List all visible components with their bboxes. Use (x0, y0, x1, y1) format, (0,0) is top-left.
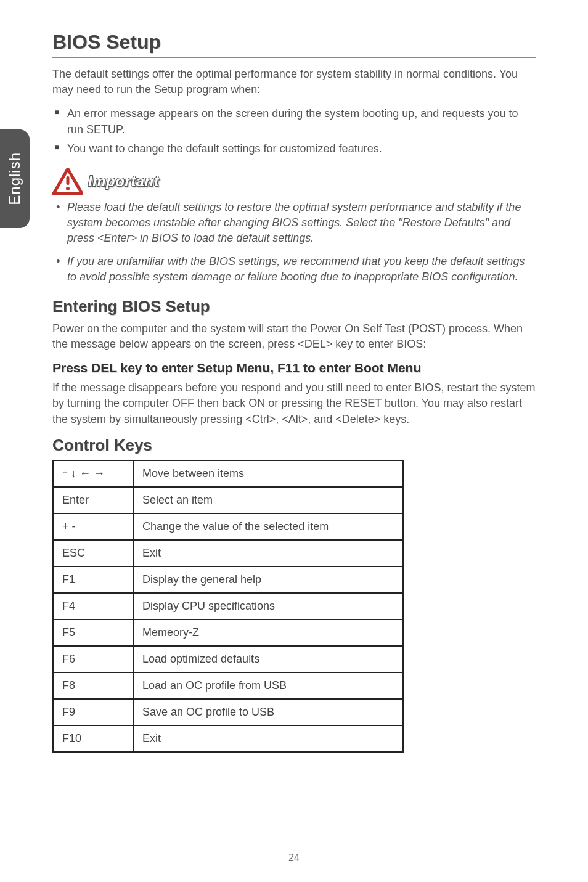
key-cell: F1 (53, 566, 133, 593)
desc-cell: Display the general help (133, 566, 403, 593)
language-tab: English (0, 129, 30, 228)
table-row: + -Change the value of the selected item (53, 513, 403, 540)
desc-cell: Memeory-Z (133, 619, 403, 646)
key-cell: + - (53, 513, 133, 540)
svg-rect-1 (67, 176, 70, 185)
list-item: An error message appears on the screen d… (52, 106, 536, 137)
list-item: You want to change the default settings … (52, 141, 536, 157)
list-item: Please load the default settings to rest… (52, 200, 536, 247)
key-cell: Enter (53, 487, 133, 513)
page-number: 24 (288, 852, 300, 863)
key-cell: F4 (53, 593, 133, 619)
list-item: If you are unfamiliar with the BIOS sett… (52, 254, 536, 285)
desc-cell: Exit (133, 540, 403, 566)
table-row: F5Memeory-Z (53, 619, 403, 646)
key-cell: ESC (53, 540, 133, 566)
desc-cell: Exit (133, 725, 403, 752)
table-row: ↑ ↓ ← →Move between items (53, 460, 403, 487)
page-title: BIOS Setup (52, 31, 536, 54)
intro-paragraph: The default settings offer the optimal p… (52, 67, 536, 97)
table-row: F10Exit (53, 725, 403, 752)
table-row: F6Load optimized defaults (53, 646, 403, 672)
desc-cell: Load optimized defaults (133, 646, 403, 672)
title-divider (52, 57, 536, 58)
important-label: Important (88, 173, 159, 190)
key-cell: ↑ ↓ ← → (53, 460, 133, 487)
table-row: F4Display CPU specifications (53, 593, 403, 619)
key-cell: F8 (53, 672, 133, 699)
desc-cell: Save an OC profile to USB (133, 699, 403, 725)
table-row: F1Display the general help (53, 566, 403, 593)
desc-cell: Move between items (133, 460, 403, 487)
page-content: BIOS Setup The default settings offer th… (0, 0, 588, 771)
table-row: ESCExit (53, 540, 403, 566)
section-heading: Entering BIOS Setup (52, 297, 536, 316)
paragraph: If the message disappears before you res… (52, 380, 536, 427)
key-cell: F6 (53, 646, 133, 672)
important-banner: Important (52, 168, 536, 195)
desc-cell: Load an OC profile from USB (133, 672, 403, 699)
key-cell: F5 (53, 619, 133, 646)
control-keys-table: ↑ ↓ ← →Move between itemsEnterSelect an … (52, 460, 404, 753)
language-tab-text: English (6, 152, 23, 205)
desc-cell: Select an item (133, 487, 403, 513)
important-list: Please load the default settings to rest… (52, 200, 536, 285)
footer-divider (52, 846, 536, 846)
paragraph: Power on the computer and the system wil… (52, 321, 536, 352)
table-row: F9Save an OC profile to USB (53, 699, 403, 725)
subheading: Press DEL key to enter Setup Menu, F11 t… (52, 361, 536, 375)
table-row: EnterSelect an item (53, 487, 403, 513)
reasons-list: An error message appears on the screen d… (52, 106, 536, 157)
warning-icon (52, 168, 83, 195)
page-footer: 24 (0, 846, 588, 864)
desc-cell: Display CPU specifications (133, 593, 403, 619)
svg-point-2 (66, 187, 70, 190)
table-row: F8Load an OC profile from USB (53, 672, 403, 699)
key-cell: F9 (53, 699, 133, 725)
key-cell: F10 (53, 725, 133, 752)
section-heading: Control Keys (52, 436, 536, 455)
desc-cell: Change the value of the selected item (133, 513, 403, 540)
